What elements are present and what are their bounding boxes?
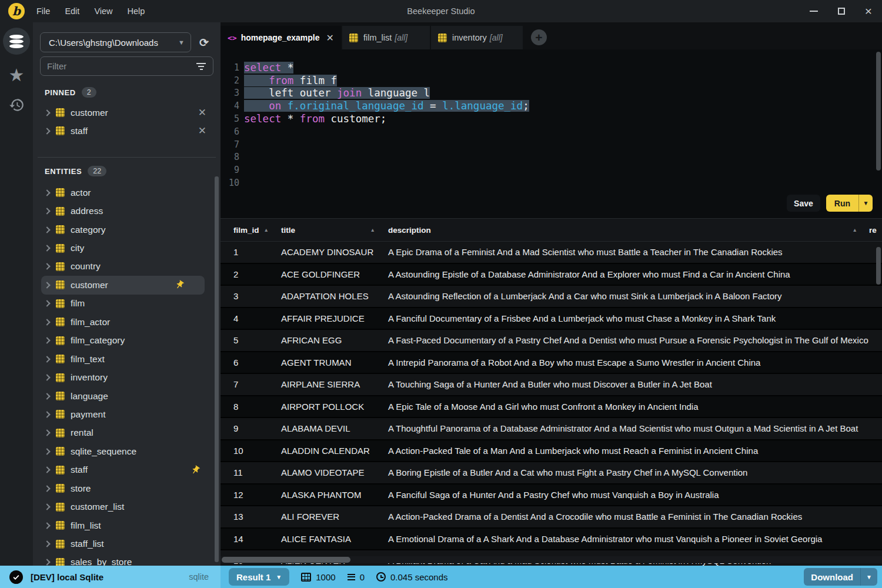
menu-view[interactable]: View — [94, 6, 112, 16]
table-row[interactable]: 14ALICE FANTASIAA Emotional Drama of a A… — [220, 529, 882, 551]
table-row[interactable]: 11ALAMO VIDEOTAPEA Boring Epistle of a B… — [220, 462, 882, 485]
menu-file[interactable]: File — [36, 6, 50, 16]
close-icon[interactable]: × — [865, 7, 872, 15]
maximize-icon[interactable] — [838, 8, 845, 15]
table-row[interactable]: 12ALASKA PHANTOMA Fanciful Saga of a Hun… — [220, 485, 882, 507]
editor-line[interactable]: 4 on f.original_language_id = l.language… — [220, 99, 882, 112]
chevron-right-icon[interactable] — [44, 208, 50, 214]
horizontal-scrollbar[interactable] — [220, 556, 882, 563]
entity-item-actor[interactable]: actor — [33, 183, 220, 202]
entity-item-language[interactable]: language — [33, 387, 220, 405]
chevron-right-icon[interactable] — [44, 559, 50, 566]
table-row[interactable]: 8AIRPORT POLLOCKA Epic Tale of a Moose A… — [220, 396, 882, 419]
chevron-right-icon[interactable] — [44, 356, 50, 362]
sort-asc-icon[interactable]: ▲ — [853, 227, 857, 233]
download-label[interactable]: Download — [804, 568, 860, 586]
chevron-right-icon[interactable] — [44, 300, 50, 307]
result-tab-selector[interactable]: Result 1 ▼ — [229, 568, 289, 586]
table-scrollbar[interactable] — [876, 247, 881, 285]
code-text[interactable]: select * from customer; — [244, 113, 386, 125]
entity-item-city[interactable]: city — [33, 239, 220, 257]
column-header-next[interactable]: re — [869, 226, 882, 235]
run-dropdown-icon[interactable]: ▼ — [859, 195, 873, 212]
tab-inventory[interactable]: inventory [all] — [431, 26, 523, 49]
download-button[interactable]: Download ▼ — [804, 568, 877, 586]
table-row[interactable]: 10ALADDIN CALENDARA Action-Packed Tale o… — [220, 440, 882, 463]
entity-item-customer[interactable]: customer — [41, 276, 205, 294]
entity-item-film[interactable]: film — [33, 295, 220, 313]
menu-edit[interactable]: Edit — [65, 6, 79, 16]
pin-icon[interactable] — [173, 278, 187, 292]
column-header-film-id[interactable]: film_id ▲ — [220, 226, 276, 235]
unpin-icon[interactable]: ✕ — [198, 125, 206, 137]
editor-line[interactable]: 10 — [220, 176, 882, 189]
menu-help[interactable]: Help — [128, 6, 145, 16]
pin-icon[interactable] — [189, 463, 203, 477]
entity-item-store[interactable]: store — [33, 479, 220, 497]
column-header-description[interactable]: description ▲ — [383, 226, 869, 235]
code-text[interactable]: left outer join language l — [244, 87, 430, 99]
chevron-right-icon[interactable] — [44, 467, 50, 473]
entity-item-inventory[interactable]: inventory — [33, 368, 220, 386]
chevron-right-icon[interactable] — [44, 448, 50, 455]
favorites-star-icon[interactable]: ★ — [9, 65, 25, 85]
sort-asc-icon[interactable]: ▲ — [264, 227, 269, 233]
entity-item-sqlite_sequence[interactable]: sqlite_sequence — [33, 442, 220, 460]
chevron-right-icon[interactable] — [44, 109, 50, 116]
minimize-icon[interactable] — [810, 11, 818, 12]
editor-line[interactable]: 9 — [220, 163, 882, 176]
entity-item-customer_list[interactable]: customer_list — [33, 497, 220, 516]
chevron-right-icon[interactable] — [44, 282, 50, 288]
chevron-right-icon[interactable] — [44, 189, 50, 196]
table-row[interactable]: 1ACADEMY DINOSAURA Epic Drama of a Femin… — [220, 242, 882, 264]
chevron-right-icon[interactable] — [44, 522, 50, 529]
run-button-label[interactable]: Run — [826, 195, 858, 212]
editor-line[interactable]: 1select * — [220, 61, 882, 74]
editor-line[interactable]: 6 — [220, 125, 882, 138]
editor-line[interactable]: 2 from film f — [220, 74, 882, 87]
entity-item-staff[interactable]: staff — [33, 461, 220, 479]
column-header-title[interactable]: title ▲ — [276, 226, 383, 235]
editor-line[interactable]: 7 — [220, 138, 882, 151]
tab-film-list[interactable]: film_list [all] — [342, 26, 430, 49]
chevron-right-icon[interactable] — [44, 128, 50, 134]
tab-close-icon[interactable]: ✕ — [326, 32, 334, 44]
download-dropdown-icon[interactable]: ▼ — [861, 568, 877, 586]
save-button[interactable]: Save — [787, 195, 820, 212]
filter-icon[interactable] — [196, 63, 206, 70]
filter-input[interactable]: Filter — [40, 56, 213, 76]
table-row[interactable]: 9ALABAMA DEVILA Thoughtful Panorama of a… — [220, 418, 882, 440]
table-row[interactable]: 5AFRICAN EGGA Fast-Paced Documentary of … — [220, 330, 882, 352]
editor-line[interactable]: 3 left outer join language l — [220, 87, 882, 100]
entity-item-payment[interactable]: payment — [33, 405, 220, 423]
chevron-right-icon[interactable] — [44, 503, 50, 510]
editor-line[interactable]: 5select * from customer; — [220, 112, 882, 125]
sql-editor[interactable]: 1select *2 from film f3 left outer join … — [220, 49, 882, 218]
run-button[interactable]: Run ▼ — [826, 195, 873, 212]
sidebar-scrollbar[interactable] — [215, 176, 219, 562]
chevron-right-icon[interactable] — [44, 374, 50, 380]
refresh-icon[interactable]: ⟳ — [199, 36, 209, 49]
table-row[interactable]: 7AIRPLANE SIERRAA Touching Saga of a Hun… — [220, 374, 882, 396]
table-row[interactable]: 4AFFAIR PREJUDICEA Fanciful Documentary … — [220, 308, 882, 330]
chevron-right-icon[interactable] — [44, 226, 50, 233]
sort-asc-icon[interactable]: ▲ — [370, 227, 375, 233]
code-text[interactable]: on f.original_language_id = l.language_i… — [244, 100, 529, 112]
table-row[interactable]: 13ALI FOREVERA Action-Packed Drama of a … — [220, 506, 882, 529]
entity-item-rental[interactable]: rental — [33, 424, 220, 442]
pinned-item-customer[interactable]: customer✕ — [33, 103, 220, 122]
entity-item-film_list[interactable]: film_list — [33, 516, 220, 534]
chevron-right-icon[interactable] — [44, 263, 50, 270]
editor-scrollbar[interactable] — [876, 52, 881, 171]
entity-item-film_text[interactable]: film_text — [33, 350, 220, 368]
horizontal-scrollbar-handle[interactable] — [222, 557, 350, 563]
table-row[interactable]: 2ACE GOLDFINGERA Astounding Epistle of a… — [220, 264, 882, 286]
entity-item-category[interactable]: category — [33, 220, 220, 239]
table-row[interactable]: 6AGENT TRUMANA Intrepid Panorama of a Ro… — [220, 352, 882, 375]
chevron-right-icon[interactable] — [44, 245, 50, 251]
chevron-right-icon[interactable] — [44, 430, 50, 436]
code-text[interactable]: from film f — [244, 75, 337, 86]
entity-item-staff_list[interactable]: staff_list — [33, 534, 220, 553]
database-icon[interactable] — [3, 28, 30, 55]
app-logo-icon[interactable]: b — [8, 3, 25, 19]
